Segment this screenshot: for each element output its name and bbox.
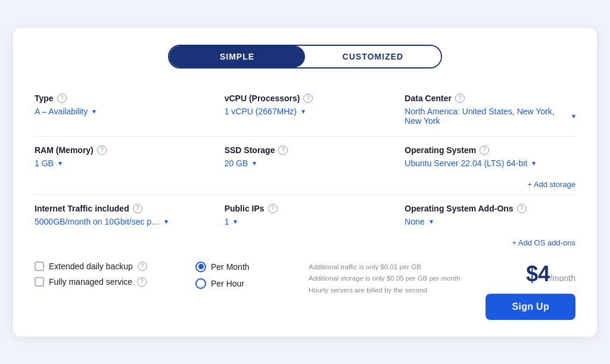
bottom-section: Extended daily backup ? Fully managed se…	[35, 262, 575, 320]
os-label: Operating System	[404, 145, 476, 155]
note-2: Additional storage is only $0.05 per GB …	[309, 273, 480, 285]
ram-chevron-icon: ▾	[58, 159, 62, 167]
ssd-value: 20 GB	[225, 158, 248, 168]
vcpu-value: 1 vCPU (2667MHz)	[225, 107, 297, 116]
vcpu-help-icon[interactable]: ?	[303, 94, 313, 103]
datacenter-section: Data Center ? North America: United Stat…	[395, 88, 575, 134]
note-1: Additional traffic is only $0.01 per GB	[309, 262, 480, 273]
extended-backup-checkbox[interactable]	[35, 262, 44, 271]
traffic-chevron-icon: ▾	[164, 217, 168, 226]
fully-managed-help-icon[interactable]: ?	[137, 277, 147, 287]
os-addons-chevron-icon: ▾	[430, 217, 433, 226]
checkbox-col: Extended daily backup ? Fully managed se…	[35, 262, 189, 320]
customized-tab[interactable]: CUSTOMIZED	[305, 46, 441, 67]
traffic-label: Internet Traffic included	[35, 204, 129, 213]
add-storage-row: + Add storage	[35, 176, 575, 192]
os-addons-value: None	[404, 217, 424, 226]
notes-text: Additional traffic is only $0.01 per GB …	[309, 262, 480, 297]
price-value: $4	[526, 262, 550, 286]
traffic-section: Internet Traffic included ? 5000GB/month…	[35, 198, 215, 235]
fully-managed-item: Fully managed service ?	[35, 277, 189, 287]
view-toggle: SIMPLE CUSTOMIZED	[168, 45, 442, 69]
type-help-icon[interactable]: ?	[57, 94, 67, 103]
traffic-select[interactable]: 5000GB/month on 10Gbit/sec p… ▾	[35, 217, 206, 226]
public-ips-help-icon[interactable]: ?	[268, 204, 278, 213]
type-label: Type	[35, 94, 54, 103]
datacenter-label: Data Center	[404, 94, 452, 103]
ssd-help-icon[interactable]: ?	[278, 145, 288, 155]
per-month-item[interactable]: Per Month	[195, 262, 309, 272]
add-storage-link[interactable]: + Add storage	[35, 180, 575, 189]
public-ips-value: 1	[225, 217, 229, 226]
fully-managed-checkbox[interactable]	[35, 277, 44, 287]
extended-backup-help-icon[interactable]: ?	[138, 262, 147, 271]
add-os-addons-row: + Add OS add-ons	[35, 235, 575, 251]
os-addons-help-icon[interactable]: ?	[517, 204, 527, 213]
vcpu-label: vCPU (Processors)	[225, 94, 300, 103]
toggle-row: SIMPLE CUSTOMIZED	[35, 45, 575, 69]
per-month-radio[interactable]	[195, 262, 206, 272]
extended-backup-label: Extended daily backup	[49, 262, 133, 271]
ssd-section: SSD Storage ? 20 GB ▾	[215, 139, 396, 176]
ram-value: 1 GB	[35, 158, 54, 168]
public-ips-select[interactable]: 1 ▾	[225, 217, 386, 226]
price-display: $4/month	[480, 262, 575, 287]
vcpu-section: vCPU (Processors) ? 1 vCPU (2667MHz) ▾	[215, 88, 396, 134]
vcpu-chevron-icon: ▾	[301, 107, 305, 116]
os-addons-select[interactable]: None ▾	[404, 217, 575, 226]
datacenter-value: North America: United States, New York, …	[404, 107, 567, 126]
radio-col: Per Month Per Hour	[189, 262, 309, 320]
ssd-select[interactable]: 20 GB ▾	[225, 158, 386, 168]
os-help-icon[interactable]: ?	[480, 145, 489, 155]
public-ips-label: Public IPs	[225, 204, 264, 213]
ram-help-icon[interactable]: ?	[97, 145, 107, 155]
note-3: Hourly servers are billed by the second	[309, 285, 480, 297]
datacenter-chevron-icon: ▾	[572, 112, 575, 120]
traffic-value: 5000GB/month on 10Gbit/sec p…	[35, 217, 160, 226]
notes-col: Additional traffic is only $0.01 per GB …	[309, 262, 480, 320]
ram-select[interactable]: 1 GB ▾	[35, 158, 206, 168]
per-hour-radio[interactable]	[195, 278, 206, 289]
os-chevron-icon: ▾	[532, 159, 536, 167]
add-os-addons-link[interactable]: + Add OS add-ons	[35, 238, 575, 247]
main-card: SIMPLE CUSTOMIZED Type ? A – Availabilit…	[13, 28, 597, 337]
form-grid-row1: Type ? A – Availability ▾ vCPU (Processo…	[35, 88, 575, 251]
simple-tab[interactable]: SIMPLE	[169, 46, 305, 67]
vcpu-select[interactable]: 1 vCPU (2667MHz) ▾	[225, 107, 386, 116]
divider-1	[35, 136, 575, 137]
os-value: Ubuntu Server 22.04 (LTS) 64-bit	[404, 158, 527, 168]
ssd-label: SSD Storage	[225, 145, 275, 155]
per-month-radio-dot	[198, 264, 204, 269]
extended-backup-item: Extended daily backup ?	[35, 262, 189, 271]
type-section: Type ? A – Availability ▾	[35, 88, 215, 134]
public-ips-chevron-icon: ▾	[234, 217, 237, 226]
datacenter-select[interactable]: North America: United States, New York, …	[404, 107, 575, 126]
type-select[interactable]: A – Availability ▾	[35, 107, 206, 116]
price-col: $4/month Sign Up	[480, 262, 575, 320]
ssd-chevron-icon: ▾	[253, 159, 256, 167]
price-unit: /month	[550, 273, 575, 283]
ram-label: RAM (Memory)	[35, 145, 94, 155]
per-month-label: Per Month	[211, 262, 250, 272]
traffic-help-icon[interactable]: ?	[133, 204, 142, 213]
ram-section: RAM (Memory) ? 1 GB ▾	[35, 139, 215, 176]
os-select[interactable]: Ubuntu Server 22.04 (LTS) 64-bit ▾	[404, 158, 575, 168]
fully-managed-label: Fully managed service	[49, 277, 132, 287]
os-addons-label: Operating System Add-Ons	[404, 204, 513, 213]
signup-button[interactable]: Sign Up	[485, 294, 575, 320]
os-section: Operating System ? Ubuntu Server 22.04 (…	[395, 139, 575, 176]
divider-2	[35, 195, 575, 195]
per-hour-item[interactable]: Per Hour	[195, 278, 309, 289]
os-addons-section: Operating System Add-Ons ? None ▾	[395, 198, 575, 235]
datacenter-help-icon[interactable]: ?	[455, 94, 465, 103]
per-hour-label: Per Hour	[211, 279, 244, 288]
type-value: A – Availability	[35, 107, 88, 116]
public-ips-section: Public IPs ? 1 ▾	[215, 198, 396, 235]
type-chevron-icon: ▾	[92, 107, 96, 116]
